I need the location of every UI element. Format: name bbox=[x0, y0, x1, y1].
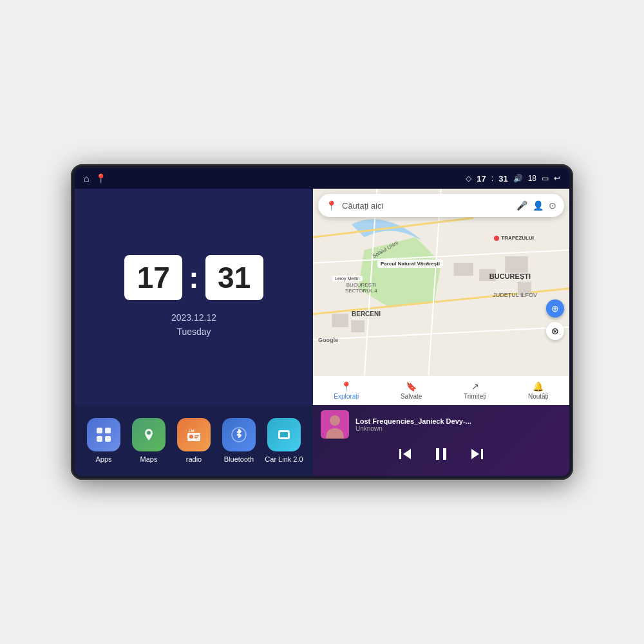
music-text: Lost Frequencies_Janieck Devy-... Unknow… bbox=[355, 417, 562, 432]
bucuresti-label: BUCUREȘTI bbox=[489, 272, 531, 280]
music-artist: Unknown bbox=[355, 425, 562, 432]
home-icon[interactable]: ⌂ bbox=[84, 173, 89, 184]
svg-rect-26 bbox=[352, 321, 365, 332]
clock-colon: : bbox=[189, 260, 198, 295]
map-compass[interactable]: ⊛ bbox=[546, 322, 564, 340]
svg-marker-29 bbox=[403, 449, 411, 459]
map-bottom-nav: 📍 Explorați 🔖 Salvate ↗ Trimiteți 🔔 Nout… bbox=[313, 375, 569, 405]
share-label: Trimiteți bbox=[464, 393, 486, 400]
battery-level: 18 bbox=[528, 174, 536, 183]
volume-icon: 🔊 bbox=[513, 174, 523, 183]
music-title: Lost Frequencies_Janieck Devy-... bbox=[355, 417, 562, 425]
clock-display: 17 : 31 bbox=[124, 255, 263, 300]
music-info-row: Lost Frequencies_Janieck Devy-... Unknow… bbox=[321, 410, 562, 439]
judet-label: JUDEȚUL ILFOV bbox=[493, 292, 537, 298]
bluetooth-label: Bluetooth bbox=[224, 455, 254, 463]
battery-icon: ▭ bbox=[542, 174, 549, 183]
berceni-label: BERCENI bbox=[352, 310, 381, 317]
svg-rect-34 bbox=[481, 449, 483, 459]
clock-section: 17 : 31 2023.12.12 Tuesday bbox=[75, 189, 313, 405]
sector4-label: BUCUREȘTISECTORUL 4 bbox=[345, 282, 377, 294]
apps-label: Apps bbox=[95, 455, 111, 463]
signal-icon: ◇ bbox=[466, 174, 471, 183]
explore-icon: 📍 bbox=[341, 381, 352, 392]
map-container[interactable]: 📍 Căutați aici 🎤 👤 ⊙ TRAPEZULUI Parcul N… bbox=[313, 189, 569, 375]
bluetooth-icon bbox=[222, 418, 256, 451]
apps-icon bbox=[87, 418, 120, 451]
maps-shortcut-icon[interactable]: 📍 bbox=[95, 173, 106, 184]
nav-share[interactable]: ↗ Trimiteți bbox=[464, 381, 486, 400]
map-voice-icon[interactable]: 🎤 bbox=[516, 200, 527, 211]
status-left: ⌂ 📍 bbox=[84, 173, 106, 184]
left-panel: 17 : 31 2023.12.12 Tuesday bbox=[75, 189, 313, 476]
screen: ⌂ 📍 ◇ 17 : 31 🔊 18 ▭ ↩ 17 bbox=[75, 168, 569, 476]
maps-label: Maps bbox=[140, 455, 158, 463]
maps-icon bbox=[132, 418, 166, 451]
status-minutes: 31 bbox=[498, 174, 507, 184]
svg-rect-1 bbox=[105, 428, 111, 433]
map-search-text: Căutați aici bbox=[342, 201, 511, 211]
map-pin-icon: 📍 bbox=[326, 200, 337, 211]
parcul-label: Parcul Natural Văcărești bbox=[377, 260, 443, 268]
status-time: 17 bbox=[477, 174, 486, 184]
back-icon[interactable]: ↩ bbox=[554, 174, 560, 183]
status-bar: ⌂ 📍 ◇ 17 : 31 🔊 18 ▭ ↩ bbox=[75, 168, 569, 189]
clock-date: 2023.12.12 Tuesday bbox=[171, 310, 216, 339]
svg-rect-32 bbox=[443, 448, 446, 460]
svg-rect-8 bbox=[194, 437, 198, 439]
svg-rect-30 bbox=[399, 449, 401, 459]
saved-icon: 🔖 bbox=[406, 381, 417, 392]
svg-rect-0 bbox=[97, 428, 102, 433]
app-item-maps[interactable]: Maps bbox=[128, 418, 170, 463]
radio-icon: FM bbox=[177, 418, 211, 451]
svg-point-28 bbox=[330, 415, 340, 426]
svg-rect-12 bbox=[280, 432, 288, 437]
car-display-unit: ⌂ 📍 ◇ 17 : 31 🔊 18 ▭ ↩ 17 bbox=[71, 164, 573, 480]
saved-label: Salvate bbox=[401, 393, 422, 400]
svg-rect-25 bbox=[332, 314, 348, 327]
svg-rect-2 bbox=[97, 436, 102, 442]
music-controls bbox=[321, 444, 562, 464]
carlink-label: Car Link 2.0 bbox=[265, 455, 303, 463]
news-label: Noutăți bbox=[528, 393, 549, 400]
app-item-carlink[interactable]: Car Link 2.0 bbox=[263, 418, 305, 463]
map-layers-icon[interactable]: ⊙ bbox=[549, 200, 556, 211]
red-dot bbox=[494, 236, 499, 241]
svg-point-4 bbox=[147, 431, 151, 435]
apps-row: Apps Maps bbox=[75, 405, 313, 476]
trapezului-marker: TRAPEZULUI bbox=[494, 235, 534, 241]
nav-explore[interactable]: 📍 Explorați bbox=[334, 381, 359, 400]
radio-label: radio bbox=[186, 455, 202, 463]
play-pause-button[interactable] bbox=[431, 444, 451, 464]
map-location-button[interactable]: ⊕ bbox=[546, 299, 564, 317]
svg-rect-21 bbox=[454, 263, 473, 276]
carlink-icon bbox=[267, 418, 301, 451]
svg-point-6 bbox=[189, 435, 193, 439]
svg-text:FM: FM bbox=[189, 429, 194, 433]
main-content: 17 : 31 2023.12.12 Tuesday bbox=[75, 189, 569, 476]
svg-rect-7 bbox=[194, 435, 199, 437]
app-item-radio[interactable]: FM radio bbox=[173, 418, 215, 463]
map-account-icon[interactable]: 👤 bbox=[533, 200, 544, 211]
svg-marker-33 bbox=[471, 449, 479, 459]
leroy-label: Leroy Merlin bbox=[332, 276, 363, 281]
explore-label: Explorați bbox=[334, 393, 359, 400]
music-player: Lost Frequencies_Janieck Devy-... Unknow… bbox=[313, 405, 569, 476]
nav-news[interactable]: 🔔 Noutăți bbox=[528, 381, 549, 400]
trapezului-label: TRAPEZULUI bbox=[501, 235, 534, 241]
google-logo: Google bbox=[318, 337, 338, 343]
nav-saved[interactable]: 🔖 Salvate bbox=[401, 381, 422, 400]
svg-rect-31 bbox=[436, 448, 439, 460]
map-search-bar[interactable]: 📍 Căutați aici 🎤 👤 ⊙ bbox=[318, 194, 564, 217]
clock-hours: 17 bbox=[124, 255, 182, 300]
right-panel: 📍 Căutați aici 🎤 👤 ⊙ TRAPEZULUI Parcul N… bbox=[313, 189, 569, 476]
app-item-bluetooth[interactable]: Bluetooth bbox=[218, 418, 260, 463]
status-right: ◇ 17 : 31 🔊 18 ▭ ↩ bbox=[466, 174, 560, 184]
prev-button[interactable] bbox=[395, 444, 415, 464]
time-separator: : bbox=[491, 174, 493, 183]
next-button[interactable] bbox=[467, 444, 488, 464]
svg-rect-3 bbox=[105, 436, 111, 442]
date-value: 2023.12.12 bbox=[171, 310, 216, 325]
album-art bbox=[321, 410, 349, 439]
app-item-apps[interactable]: Apps bbox=[83, 418, 125, 463]
